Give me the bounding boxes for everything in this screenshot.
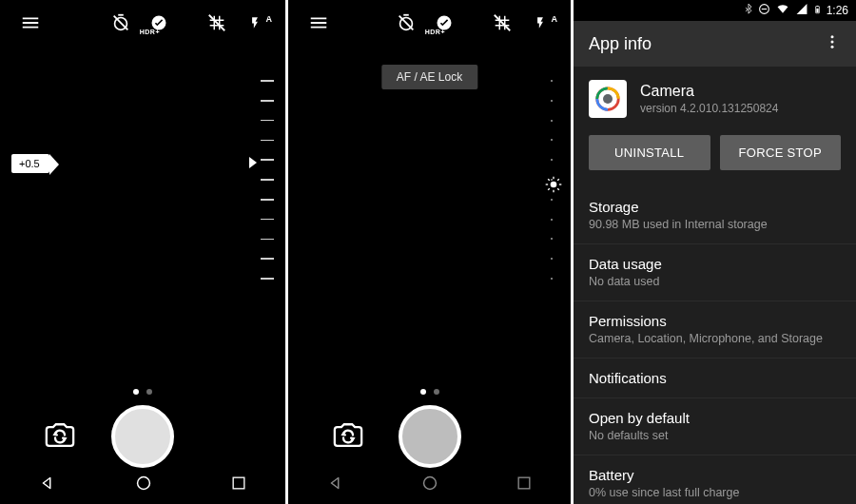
flash-auto-icon[interactable]: A xyxy=(521,12,559,33)
svg-rect-24 xyxy=(816,8,818,11)
section-title: Data usage xyxy=(589,256,841,272)
section-open-by-default[interactable]: Open by default No defaults set xyxy=(574,397,856,455)
grid-off-icon[interactable] xyxy=(198,12,236,33)
force-stop-button[interactable]: FORCE STOP xyxy=(720,135,842,170)
camera-screen-exposure: HDR+ A +0.5 xyxy=(0,0,285,504)
section-title: Permissions xyxy=(589,313,841,329)
section-title: Storage xyxy=(589,199,841,215)
mode-indicator-dots xyxy=(288,389,571,395)
section-subtitle: 90.98 MB used in Internal storage xyxy=(589,218,841,232)
svg-rect-22 xyxy=(761,9,766,10)
hdr-label: HDR+ xyxy=(140,29,160,35)
af-ae-lock-toast: AF / AE Lock xyxy=(381,65,477,89)
section-subtitle: Camera, Location, Microphone, and Storag… xyxy=(589,332,841,346)
section-title: Notifications xyxy=(589,370,841,386)
svg-line-15 xyxy=(548,179,550,181)
svg-line-16 xyxy=(557,188,559,190)
nav-home-icon[interactable] xyxy=(419,473,440,497)
camera-app-icon xyxy=(589,80,627,118)
exposure-value-tag[interactable]: +0.5 xyxy=(11,154,49,173)
switch-camera-icon[interactable] xyxy=(44,420,76,456)
nav-recent-icon[interactable] xyxy=(229,474,248,496)
uninstall-button[interactable]: UNINSTALL xyxy=(589,135,710,170)
page-title: App info xyxy=(589,34,652,54)
section-storage[interactable]: Storage 90.98 MB used in Internal storag… xyxy=(574,187,856,243)
battery-icon xyxy=(813,3,822,19)
svg-rect-5 xyxy=(233,477,244,489)
overflow-menu-icon[interactable] xyxy=(824,33,841,55)
camera-screen-aflock: HDR+ A AF / AE Lock xyxy=(285,0,571,504)
app-info-header: App info xyxy=(574,21,856,67)
statusbar-time: 1:26 xyxy=(827,4,848,17)
menu-icon[interactable] xyxy=(300,12,338,33)
menu-icon[interactable] xyxy=(11,12,49,33)
section-title: Open by default xyxy=(589,410,841,426)
svg-point-33 xyxy=(603,94,613,104)
svg-point-4 xyxy=(138,477,150,490)
svg-point-26 xyxy=(831,35,834,38)
svg-line-3 xyxy=(209,15,225,31)
camera-topbar: HDR+ A xyxy=(288,0,571,46)
svg-line-17 xyxy=(548,188,550,190)
brightness-slider-handle[interactable] xyxy=(544,175,563,198)
exposure-slider[interactable] xyxy=(261,80,274,280)
section-notifications[interactable]: Notifications xyxy=(574,358,856,397)
svg-rect-25 xyxy=(816,5,818,6)
svg-point-10 xyxy=(551,182,557,188)
app-version: version 4.2.010.131250824 xyxy=(640,102,778,115)
section-subtitle: No data used xyxy=(589,275,841,289)
app-info-screen: 1:26 App info Camera version 4.2.010.131… xyxy=(571,0,856,504)
grid-off-icon[interactable] xyxy=(483,12,521,33)
timer-off-icon[interactable] xyxy=(387,12,425,33)
shutter-button[interactable] xyxy=(399,405,461,468)
nav-back-icon[interactable] xyxy=(37,473,58,497)
section-data-usage[interactable]: Data usage No data used xyxy=(574,243,856,300)
mode-indicator-dots xyxy=(0,389,285,395)
svg-point-27 xyxy=(831,40,834,43)
app-action-buttons: UNINSTALL FORCE STOP xyxy=(574,127,856,187)
android-statusbar: 1:26 xyxy=(574,0,856,21)
app-name: Camera xyxy=(640,83,778,100)
wifi-icon xyxy=(775,3,790,18)
svg-rect-20 xyxy=(518,477,530,489)
section-permissions[interactable]: Permissions Camera, Location, Microphone… xyxy=(574,300,856,358)
flash-mode-badge: A xyxy=(552,14,558,24)
cell-signal-icon xyxy=(795,3,808,18)
svg-point-19 xyxy=(424,477,437,490)
bluetooth-icon xyxy=(744,3,753,19)
flash-mode-badge: A xyxy=(266,14,273,24)
section-subtitle: 0% use since last full charge xyxy=(589,486,841,500)
nav-back-icon[interactable] xyxy=(325,473,346,497)
timer-off-icon[interactable] xyxy=(102,12,140,33)
nav-recent-icon[interactable] xyxy=(515,474,534,496)
camera-topbar: HDR+ A xyxy=(0,0,285,46)
android-navbar xyxy=(288,466,571,504)
section-title: Battery xyxy=(589,467,841,483)
svg-line-9 xyxy=(495,15,511,31)
app-header-row: Camera version 4.2.010.131250824 xyxy=(574,67,856,127)
dnd-icon xyxy=(758,3,770,18)
hdr-label: HDR+ xyxy=(425,29,445,35)
section-battery[interactable]: Battery 0% use since last full charge xyxy=(574,455,856,504)
flash-auto-icon[interactable]: A xyxy=(236,12,274,33)
nav-home-icon[interactable] xyxy=(133,473,154,497)
svg-line-18 xyxy=(557,179,559,181)
shutter-button[interactable] xyxy=(111,405,174,468)
section-subtitle: No defaults set xyxy=(589,429,841,443)
android-navbar xyxy=(0,466,285,504)
exposure-slider-pointer[interactable] xyxy=(249,157,257,168)
svg-point-28 xyxy=(831,45,834,48)
switch-camera-icon[interactable] xyxy=(332,420,364,456)
